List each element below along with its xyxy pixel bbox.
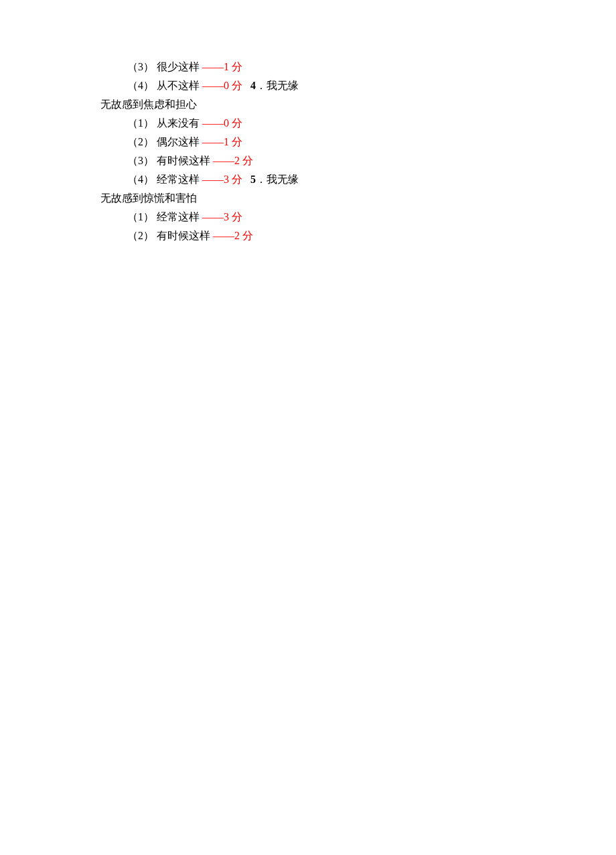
option-score: ——1 分 [202,61,242,72]
option-num: （3） [127,155,154,166]
question-wrap: 无故感到焦虑和担心 [100,95,516,114]
option-text: 从来没有 [157,117,200,129]
option-score: ——2 分 [213,230,253,241]
option-line: （1） 从来没有 ——0 分 [100,114,516,133]
option-line: （3） 有时候这样 ——2 分 [100,151,516,170]
question-text: 我无缘 [266,80,299,91]
option-line: （1） 经常这样 ——3 分 [100,208,516,226]
option-line: （2） 偶尔这样 ——1 分 [100,133,516,151]
option-line: （2） 有时候这样 ——2 分 [100,226,516,245]
option-score: ——0 分 [202,117,242,129]
option-num: （1） [127,117,154,129]
option-text: 有时候这样 [157,155,210,166]
option-num: （2） [127,136,154,147]
option-text: 经常这样 [157,211,200,222]
question-number: 5 [250,174,256,185]
document-content: （3） 很少这样 ——1 分 （4） 从不这样 ——0 分 4．我无缘 无故感到… [0,58,616,245]
option-text: 有时候这样 [157,230,210,241]
option-text: 很少这样 [157,61,200,72]
option-num: （3） [127,61,154,72]
option-line: （4） 从不这样 ——0 分 4．我无缘 [100,76,516,95]
inline-question: 4．我无缘 [245,80,299,91]
option-text: 从不这样 [157,80,200,91]
option-num: （1） [127,211,154,222]
option-text: 经常这样 [157,174,200,185]
question-text: 我无缘 [266,174,299,185]
option-score: ——1 分 [202,136,242,147]
option-score: ——0 分 [202,80,242,91]
inline-question: 5．我无缘 [245,174,299,185]
option-text: 偶尔这样 [157,136,200,147]
question-wrap: 无故感到惊慌和害怕 [100,189,516,208]
option-num: （4） [127,174,154,185]
option-score: ——2 分 [213,155,253,166]
option-line: （3） 很少这样 ——1 分 [100,58,516,76]
option-score: ——3 分 [202,174,242,185]
option-score: ——3 分 [202,211,242,222]
option-num: （4） [127,80,154,91]
question-number: 4 [250,80,256,91]
option-num: （2） [127,230,154,241]
option-line: （4） 经常这样 ——3 分 5．我无缘 [100,170,516,189]
